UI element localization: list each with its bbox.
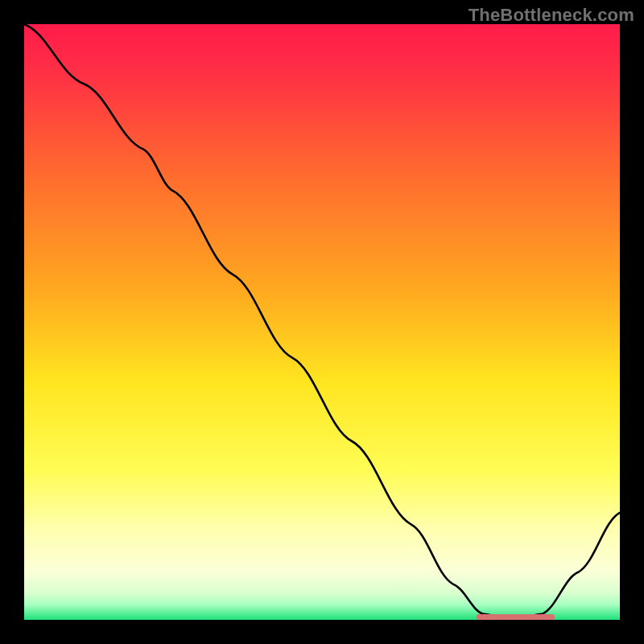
optimal-range-marker xyxy=(477,614,554,620)
chart-container: TheBottleneck.com xyxy=(0,0,644,644)
plot-area xyxy=(24,24,620,620)
watermark-text: TheBottleneck.com xyxy=(469,5,634,26)
bottleneck-curve xyxy=(24,24,620,620)
